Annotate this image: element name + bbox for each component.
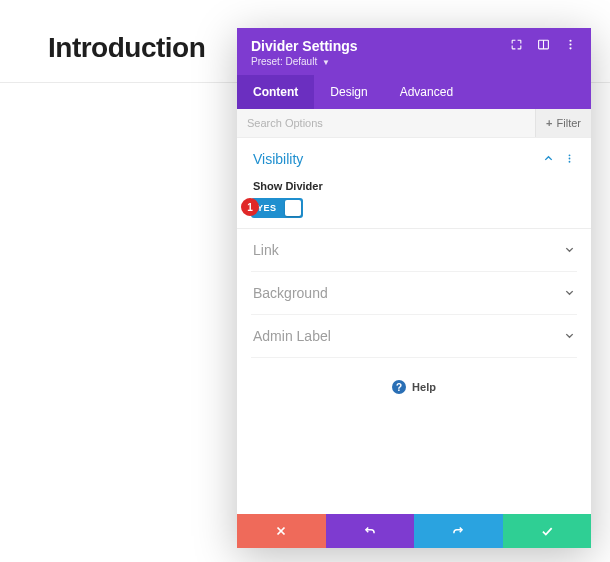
svg-point-4: [569, 47, 571, 49]
admin-label-section[interactable]: Admin Label: [251, 315, 577, 358]
search-bar: + Filter: [237, 109, 591, 138]
visibility-title: Visibility: [253, 151, 303, 167]
expand-icon[interactable]: [510, 38, 523, 51]
chevron-up-icon[interactable]: [543, 150, 554, 168]
save-button[interactable]: [503, 514, 592, 548]
link-title: Link: [253, 242, 279, 258]
background-title: Background: [253, 285, 328, 301]
divider-settings-panel: Divider Settings Preset: Default ▼: [237, 28, 591, 548]
svg-point-7: [569, 161, 571, 163]
layout-columns-icon[interactable]: [537, 38, 550, 51]
preset-value: Default: [285, 56, 317, 67]
kebab-menu-icon[interactable]: [564, 38, 577, 51]
cancel-button[interactable]: [237, 514, 326, 548]
panel-body: Visibility Show Divider 1 YES Link: [237, 138, 591, 514]
filter-label: Filter: [557, 117, 581, 129]
svg-point-3: [569, 43, 571, 45]
plus-icon: +: [546, 117, 552, 129]
help-label: Help: [412, 381, 436, 393]
caret-down-icon: ▼: [322, 58, 330, 67]
help-icon: ?: [392, 380, 406, 394]
chevron-down-icon: [564, 241, 575, 259]
panel-title: Divider Settings: [251, 38, 358, 54]
background-section[interactable]: Background: [251, 272, 577, 315]
preset-selector[interactable]: Preset: Default ▼: [251, 56, 358, 67]
panel-footer: [237, 514, 591, 548]
section-kebab-icon[interactable]: [564, 150, 575, 168]
tab-content[interactable]: Content: [237, 75, 314, 109]
undo-button[interactable]: [326, 514, 415, 548]
preset-label: Preset:: [251, 56, 283, 67]
svg-point-2: [569, 40, 571, 42]
help-link[interactable]: ? Help: [251, 358, 577, 402]
link-section[interactable]: Link: [251, 229, 577, 272]
page-heading: Introduction: [48, 32, 205, 64]
annotation-badge-1: 1: [241, 198, 259, 216]
toggle-state-text: YES: [257, 203, 277, 213]
tab-advanced[interactable]: Advanced: [384, 75, 469, 109]
redo-button[interactable]: [414, 514, 503, 548]
search-input[interactable]: [237, 109, 535, 137]
svg-point-5: [569, 154, 571, 156]
show-divider-label: Show Divider: [251, 174, 577, 198]
tab-design[interactable]: Design: [314, 75, 383, 109]
admin-label-title: Admin Label: [253, 328, 331, 344]
tabs: Content Design Advanced: [237, 75, 591, 109]
toggle-knob: [285, 200, 301, 216]
panel-header: Divider Settings Preset: Default ▼: [237, 28, 591, 75]
svg-point-6: [569, 158, 571, 160]
chevron-down-icon: [564, 327, 575, 345]
visibility-section-header[interactable]: Visibility: [251, 138, 577, 174]
chevron-down-icon: [564, 284, 575, 302]
filter-button[interactable]: + Filter: [535, 109, 591, 137]
